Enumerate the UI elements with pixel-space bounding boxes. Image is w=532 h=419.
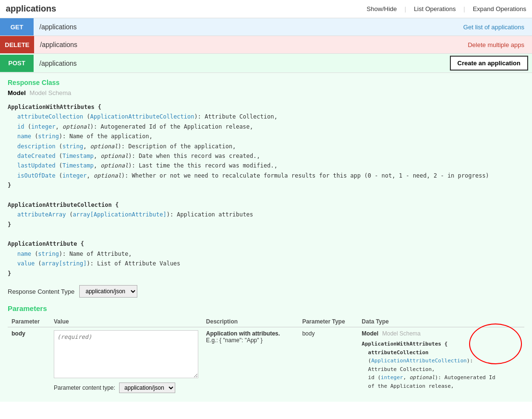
model-tab[interactable]: Model — [8, 89, 26, 96]
class-applicationwithattributes: ApplicationWithAttributes { attributeCol… — [8, 102, 524, 191]
response-content-type-label: Response Content Type — [8, 288, 74, 295]
list-operations-link[interactable]: List Operations — [414, 5, 456, 12]
show-hide-link[interactable]: Show/Hide — [367, 5, 397, 12]
col-data-type: Data Type — [358, 316, 524, 327]
create-application-button[interactable]: Create an application — [450, 56, 528, 71]
param-content-type: Parameter content type: application/json — [54, 383, 198, 393]
content-area: Response Class Model Model Schema Applic… — [0, 73, 532, 402]
data-type-schema-tab[interactable]: Model Schema — [382, 330, 421, 337]
param-parameter-type: body — [298, 327, 358, 396]
param-description-cell: Application with attributes. E.g.: { "na… — [202, 327, 298, 396]
top-bar-links: Show/Hide | List Operations | Expand Ope… — [367, 5, 526, 12]
class-applicationattributecollection: ApplicationAttributeCollection { attribu… — [8, 200, 524, 229]
delete-endpoint-label: Delete multiple apps — [460, 41, 532, 48]
response-class-title: Response Class — [8, 79, 524, 86]
param-content-type-select[interactable]: application/json — [119, 383, 175, 393]
schema-block: ApplicationWithAttributes { attributeCol… — [8, 102, 524, 278]
params-header-row: Parameter Value Description Parameter Ty… — [8, 316, 524, 327]
col-parameter: Parameter — [8, 316, 50, 327]
model-tabs: Model Model Schema — [8, 89, 524, 96]
mini-schema: ApplicationWithAttributes { attributeCol… — [362, 340, 520, 391]
response-content-type-select[interactable]: application/json — [79, 285, 137, 298]
delete-endpoint-path: /applications — [34, 41, 460, 48]
get-endpoint-row[interactable]: GET /applications Get list of applicatio… — [0, 18, 532, 36]
get-endpoint-label: Get list of applications — [456, 24, 532, 31]
col-parameter-type: Parameter Type — [298, 316, 358, 327]
param-data-type-cell: Model Model Schema ApplicationWithAttrib… — [358, 327, 524, 396]
delete-method-badge: DELETE — [0, 36, 34, 53]
data-type-model-tab[interactable]: Model — [362, 330, 378, 337]
post-endpoint-path: /applications — [34, 60, 446, 67]
col-description: Description — [202, 316, 298, 327]
top-bar: applications Show/Hide | List Operations… — [0, 0, 532, 18]
delete-endpoint-row[interactable]: DELETE /applications Delete multiple app… — [0, 36, 532, 54]
post-method-badge: POST — [0, 55, 34, 72]
class-applicationattribute: ApplicationAttribute { name (string): Na… — [8, 239, 524, 278]
post-endpoint-row[interactable]: POST /applications Create an application — [0, 54, 532, 73]
param-body-textarea[interactable] — [54, 330, 198, 378]
parameters-title: Parameters — [8, 304, 524, 312]
data-type-tabs: Model Model Schema — [362, 330, 520, 337]
get-method-badge: GET — [0, 18, 34, 36]
parameters-table: Parameter Value Description Parameter Ty… — [8, 316, 524, 396]
param-description-title: Application with attributes. — [206, 330, 294, 337]
expand-operations-link[interactable]: Expand Operations — [473, 5, 526, 12]
param-content-type-label: Parameter content type: — [54, 384, 115, 391]
model-schema-tab[interactable]: Model Schema — [30, 89, 72, 96]
param-description-example: E.g.: { "name": "App" } — [206, 337, 294, 344]
response-content-type: Response Content Type application/json — [8, 285, 524, 298]
table-row: body Parameter content type: application… — [8, 327, 524, 396]
page-title: applications — [6, 4, 56, 14]
parameters-section: Parameters Parameter Value Description P… — [8, 304, 524, 396]
col-value: Value — [50, 316, 202, 327]
param-value-cell: Parameter content type: application/json — [50, 327, 202, 396]
param-name: body — [8, 327, 50, 396]
get-endpoint-path: /applications — [34, 23, 456, 31]
